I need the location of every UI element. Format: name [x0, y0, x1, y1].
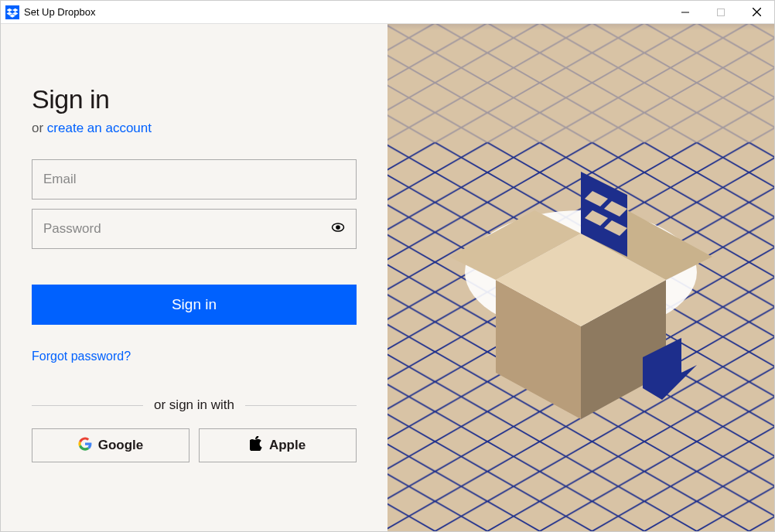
oauth-buttons: Google Apple	[32, 428, 357, 462]
google-label: Google	[98, 438, 144, 453]
svg-rect-7	[718, 9, 725, 15]
content: Sign in or create an account Sign in For…	[1, 24, 774, 531]
signin-form: Sign in Forgot password? or sign in with…	[32, 159, 357, 462]
dropbox-icon	[5, 5, 19, 19]
oauth-divider: or sign in with	[32, 397, 357, 413]
google-button[interactable]: Google	[32, 428, 189, 462]
divider-text: or sign in with	[143, 397, 245, 413]
svg-point-11	[336, 226, 340, 229]
signin-button[interactable]: Sign in	[32, 285, 357, 325]
minimize-button[interactable]	[667, 1, 703, 24]
create-account-link[interactable]: create an account	[47, 121, 152, 135]
or-text: or	[32, 121, 47, 135]
signin-panel: Sign in or create an account Sign in For…	[1, 24, 388, 531]
apple-button[interactable]: Apple	[199, 428, 357, 462]
titlebar: Set Up Dropbox	[1, 1, 774, 24]
apple-icon	[250, 436, 263, 455]
window-title: Set Up Dropbox	[24, 6, 96, 18]
create-account-line: or create an account	[32, 121, 357, 136]
box-illustration	[449, 141, 712, 435]
google-icon	[78, 437, 92, 455]
email-field[interactable]	[32, 159, 357, 200]
divider-line-right	[245, 405, 357, 406]
maximize-button	[703, 1, 739, 24]
divider-line-left	[32, 405, 143, 406]
page-title: Sign in	[32, 84, 357, 114]
forgot-password-link[interactable]: Forgot password?	[32, 350, 131, 363]
password-field-wrap	[32, 209, 357, 249]
close-button[interactable]	[739, 1, 774, 24]
show-password-icon[interactable]	[330, 220, 346, 238]
illustration-panel	[388, 24, 774, 531]
email-field-wrap	[32, 159, 357, 200]
svg-rect-14	[388, 24, 774, 142]
password-field[interactable]	[32, 209, 357, 249]
apple-label: Apple	[269, 438, 306, 453]
app-window: Set Up Dropbox Sign in or create an acco…	[0, 0, 775, 532]
